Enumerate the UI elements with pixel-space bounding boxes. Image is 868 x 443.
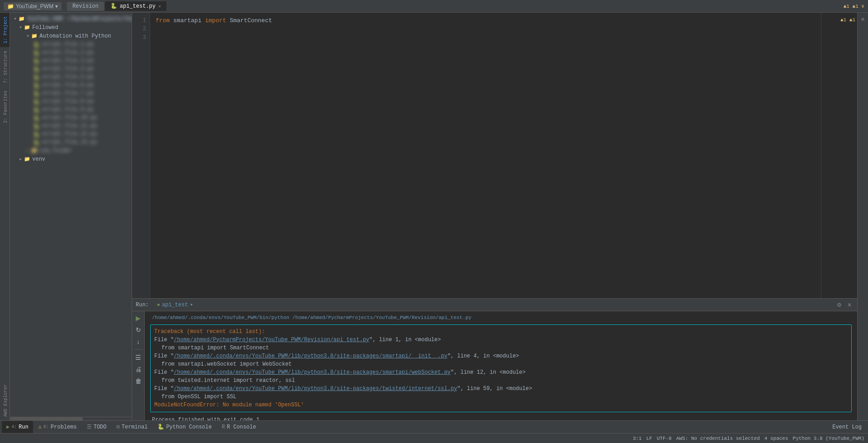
- tree-file-4[interactable]: 🐍 script_file_4.py: [10, 65, 132, 73]
- terminal-output[interactable]: /home/ahmed/.conda/envs/YouTube_PWM/bin/…: [145, 311, 857, 420]
- tree-file-11[interactable]: 🐍 script_file_11.py: [10, 122, 132, 130]
- terminal-tab-icon: ⊡: [117, 424, 120, 430]
- close-panel-icon[interactable]: ✕: [845, 301, 854, 309]
- file-8-label: script_file_8.py: [42, 98, 94, 105]
- sidebar-scrollbar-area[interactable]: [10, 417, 132, 420]
- tree-file-12[interactable]: 🐍 script_file_12.py: [10, 130, 132, 138]
- tab-api-test[interactable]: 🐍 api_test.py ✕: [105, 1, 166, 11]
- run-label: Run:: [136, 302, 149, 308]
- vtab-aws[interactable]: AWS Explorer: [0, 381, 9, 420]
- status-python-version[interactable]: Python 3.8 (YouTube_PWM): [793, 436, 864, 441]
- tree-file-3[interactable]: 🐍 script_file_3.py: [10, 57, 132, 65]
- collapsed-folder-label: sub_folder: [39, 148, 72, 154]
- tree-file-2[interactable]: 🐍 script_file_2.py: [10, 48, 132, 57]
- file-2-label: script_file_2.py: [42, 49, 94, 56]
- tree-file-13[interactable]: 🐍 script_file_13.py: [10, 138, 132, 146]
- tab-revision-label: Revision: [72, 3, 99, 10]
- python-version-value: Python 3.8 (YouTube_PWM): [793, 436, 864, 441]
- traceback-link-3[interactable]: /home/ahmed/.conda/envs/YouTube_PWM/lib/…: [174, 369, 451, 376]
- vtab-project[interactable]: 1: Project: [0, 13, 9, 47]
- run-scroll-down-button[interactable]: ↓: [133, 337, 143, 347]
- right-icon-1[interactable]: ≡: [859, 14, 868, 24]
- toolbar-tab-python-console[interactable]: 🐍 Python Console: [153, 421, 216, 433]
- code-line-3: [156, 35, 816, 45]
- code-line-2: [156, 26, 816, 35]
- toolbar-tab-todo[interactable]: ☰ TODO: [82, 421, 111, 433]
- tree-venv[interactable]: ▸ 📁 venv: [10, 155, 132, 163]
- arrow-right-icon: ▸: [19, 156, 22, 162]
- traceback-link-4[interactable]: /home/ahmed/.conda/envs/YouTube_PWM/lib/…: [174, 386, 457, 392]
- tab-close-icon[interactable]: ✕: [158, 4, 161, 9]
- file-icon: 🐍: [33, 74, 40, 80]
- run-tab-label: Run: [19, 424, 28, 430]
- run-config-dropdown[interactable]: ● api_test ▾: [154, 300, 196, 309]
- arrow-down-icon: ▾: [26, 33, 29, 39]
- run-play-button[interactable]: ▶: [133, 313, 143, 323]
- project-menu-button[interactable]: 📁 YouTube_PWM ▾: [4, 2, 62, 10]
- file-10-label: script_file_10.py: [42, 114, 97, 121]
- tree-file-7[interactable]: 🐍 script_file_7.py: [10, 89, 132, 97]
- vtab-structure[interactable]: 7: Structure: [0, 47, 9, 87]
- settings-icon[interactable]: ⚙: [835, 301, 844, 309]
- traceback-link-2[interactable]: /home/ahmed/.conda/envs/YouTube_PWM/lib/…: [174, 353, 447, 359]
- event-log-button[interactable]: Event Log: [828, 422, 866, 432]
- toolbar-tab-r-console[interactable]: R R Console: [217, 421, 261, 433]
- folder-icon: 📁: [24, 24, 30, 30]
- traceback-link-1[interactable]: /home/ahmed/PycharmProjects/YouTube_PWM/…: [174, 337, 369, 343]
- tree-file-9[interactable]: 🐍 script_file_9.py: [10, 105, 132, 114]
- file-13-label: script_file_13.py: [42, 139, 97, 145]
- vertical-tabs-left: 1: Project 7: Structure 2: Favorites AWS…: [0, 13, 10, 420]
- tree-file-1[interactable]: 🐍 script_file_1.py: [10, 40, 132, 48]
- traceback-line-4-file: File "/home/ahmed/.conda/envs/YouTube_PW…: [154, 385, 848, 393]
- status-line-ending[interactable]: LF: [646, 436, 652, 441]
- chevron-down-icon: ▾: [55, 3, 58, 10]
- tree-file-6[interactable]: 🐍 script_file_6.py: [10, 81, 132, 89]
- toolbar-tab-problems[interactable]: ⚠ 6: Problems: [34, 421, 81, 433]
- traceback-header: Traceback (most recent call last):: [154, 328, 848, 336]
- tree-file-5[interactable]: 🐍 script_file_5.py: [10, 73, 132, 81]
- run-panel-content: ▶ ↻ ↓ ☰ 🖨 🗑 /home/ahmed/.conda/envs/YouT…: [132, 311, 857, 420]
- vtab-favorites[interactable]: 2: Favorites: [0, 87, 9, 127]
- run-list-button[interactable]: ☰: [133, 352, 143, 362]
- toolbar-tab-terminal[interactable]: ⊡ Terminal: [112, 421, 152, 433]
- status-indent[interactable]: 4 spaces: [764, 436, 788, 441]
- line-numbers: 1 2 3: [132, 13, 150, 298]
- encoding-value: UTF-8: [657, 436, 672, 441]
- run-tab-bar: Run: ● api_test ▾ ⚙ ✕: [132, 299, 857, 311]
- status-encoding[interactable]: UTF-8: [657, 436, 672, 441]
- automation-folder-label: Automation with Python: [39, 33, 111, 39]
- tab-filename-label: api_test.py: [120, 3, 156, 10]
- tree-automation[interactable]: ▾ 📁 Automation with Python: [10, 32, 132, 40]
- arrow-down-icon: ▾: [19, 24, 22, 31]
- tab-revision[interactable]: Revision: [67, 2, 104, 11]
- keyword-import: import: [205, 17, 226, 24]
- file-1-label: script_file_1.py: [42, 41, 94, 48]
- chevron-icon: ▾: [190, 301, 193, 308]
- tree-file-8[interactable]: 🐍 script_file_8.py: [10, 97, 132, 105]
- tree-followed[interactable]: ▾ 📁 Followed: [10, 23, 132, 32]
- indent-value: 4 spaces: [764, 436, 788, 441]
- line-ending-value: LF: [646, 436, 652, 441]
- sidebar-scrollbar-thumb[interactable]: [10, 417, 83, 420]
- run-icon: ●: [157, 302, 160, 308]
- problems-tab-icon: ⚠: [38, 424, 42, 430]
- bottom-panel: Run: ● api_test ▾ ⚙ ✕ ▶ ↻: [132, 298, 857, 420]
- status-aws[interactable]: AWS: No credentials selected: [676, 436, 760, 441]
- terminal-tab-label: Terminal: [122, 424, 148, 430]
- run-rerun-button[interactable]: ↻: [133, 325, 143, 335]
- code-editor[interactable]: from smartapi import SmartConnect: [150, 13, 821, 298]
- status-line-col[interactable]: 3:1: [633, 436, 642, 441]
- traceback-code-2: from smartapi.webSocket import WebSocket: [154, 360, 848, 368]
- project-tree: ▾ 📁 YouTube_PWM ~/PycharmProjects/You ▾ …: [10, 13, 132, 417]
- tree-file-10[interactable]: 🐍 script_file_10.py: [10, 114, 132, 122]
- run-print-button[interactable]: 🖨: [133, 364, 143, 374]
- file-icon: 🐍: [33, 58, 40, 64]
- gutter-warning: ▲1 ▲1: [823, 16, 855, 24]
- run-trash-button[interactable]: 🗑: [133, 376, 143, 386]
- tree-root[interactable]: ▾ 📁 YouTube_PWM ~/PycharmProjects/You: [10, 14, 132, 23]
- warning-badge: ▲1 ▲1 ∨: [844, 3, 864, 9]
- toolbar-tab-run[interactable]: ▶ 4: Run: [2, 421, 33, 433]
- file-icon: 🐍: [33, 131, 40, 137]
- file-icon: 🐍: [33, 123, 40, 129]
- tree-collapsed-folder[interactable]: ▸ 📁 sub_folder: [10, 146, 132, 155]
